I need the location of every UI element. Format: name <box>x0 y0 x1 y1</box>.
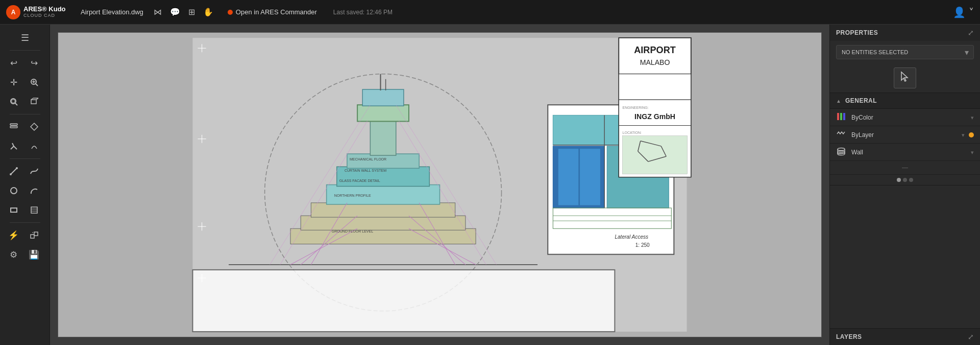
layers-header: LAYERS ⤢ <box>830 329 980 345</box>
arc-icon <box>30 186 39 195</box>
comment-icon[interactable]: 💬 <box>168 5 182 19</box>
layout-icon[interactable]: ⊞ <box>186 5 197 19</box>
trim-extend-pair <box>4 137 46 155</box>
layer-value-container: Wall ▾ <box>851 147 974 157</box>
open-in-commander-button[interactable]: Open in ARES Commander <box>224 6 321 18</box>
last-saved-text: Last saved: 12:46 PM <box>333 9 393 16</box>
layers-title: LAYERS <box>836 333 862 340</box>
layer-selector[interactable]: Wall <box>851 147 974 157</box>
3d-view-button[interactable] <box>24 93 44 111</box>
svg-point-18 <box>16 167 18 169</box>
linetype-selector[interactable]: ByLayer <box>851 130 965 140</box>
lightning-save-pair: ⚙ 💾 <box>4 245 46 264</box>
app-logo: A <box>6 5 20 19</box>
rectangle-button[interactable] <box>4 201 23 219</box>
rect-hatch-pair <box>4 201 46 219</box>
gesture-icon[interactable]: ✋ <box>201 5 215 19</box>
svg-rect-60 <box>580 149 600 205</box>
layer-icon <box>9 122 18 131</box>
open-in-label: Open in ARES Commander <box>236 8 317 16</box>
svg-text:ENGINEERING:: ENGINEERING: <box>623 106 649 109</box>
right-panel: PROPERTIES ⤢ NO ENTITIES SELECTED ▾ ▲ GE… <box>829 25 980 345</box>
svg-rect-7 <box>31 100 36 104</box>
lightning-button[interactable]: ⚙ <box>4 245 23 264</box>
trim-button[interactable] <box>4 137 23 155</box>
svg-point-17 <box>10 173 12 175</box>
color-selector[interactable]: ByColor <box>851 112 974 123</box>
svg-line-13 <box>11 146 14 149</box>
undo-button[interactable]: ↩ <box>4 54 23 72</box>
hatch-button[interactable] <box>24 201 44 219</box>
layer-button[interactable] <box>4 118 23 136</box>
move-button[interactable]: ✛ <box>4 73 23 91</box>
zoom2-icon <box>9 97 18 106</box>
dot-nav-2[interactable] <box>903 178 907 182</box>
general-expand-icon[interactable]: ▲ <box>836 98 841 104</box>
share-icon[interactable]: ⋈ <box>152 5 164 19</box>
redo-button[interactable]: ↪ <box>24 54 44 72</box>
line-button[interactable] <box>4 162 23 180</box>
svg-rect-12 <box>10 126 17 128</box>
canvas-area[interactable]: NORTHERN PROFILE GLASS FACADE DETAIL CUR… <box>50 25 829 345</box>
circle-button[interactable] <box>4 181 23 200</box>
move-zoom-pair: ✛ <box>4 73 46 91</box>
svg-rect-36 <box>370 120 396 155</box>
svg-rect-80 <box>623 136 688 174</box>
layer-stack-icon <box>836 147 847 157</box>
save-button[interactable]: 💾 <box>24 245 44 264</box>
selection-cursor-button[interactable] <box>894 67 916 88</box>
svg-text:GLASS FACADE DETAIL: GLASS FACADE DETAIL <box>339 179 380 182</box>
svg-rect-31 <box>301 216 465 230</box>
block-insert-pair: ⚡ <box>4 226 46 244</box>
color-value-container: ByColor ▾ <box>851 112 974 123</box>
dot-nav-3[interactable] <box>909 178 913 182</box>
drawing-svg: NORTHERN PROFILE GLASS FACADE DETAIL CUR… <box>58 33 821 337</box>
spline-button[interactable] <box>24 162 44 180</box>
drawing-inner: NORTHERN PROFILE GLASS FACADE DETAIL CUR… <box>58 33 821 337</box>
zoom-button[interactable] <box>24 73 44 91</box>
app-name: ARES® Kudo <box>23 6 66 13</box>
svg-text:1: 250: 1: 250 <box>635 242 650 248</box>
linetype-property-row: ByLayer ▾ <box>830 126 980 144</box>
svg-rect-25 <box>34 232 38 236</box>
circle-icon <box>9 186 18 195</box>
trim-icon <box>9 142 18 151</box>
svg-line-14 <box>14 146 17 149</box>
divider-2 <box>10 114 40 114</box>
vertex-icon <box>30 122 39 131</box>
entity-selector-dropdown[interactable]: NO ENTITIES SELECTED <box>836 45 974 59</box>
red-dot-icon <box>228 10 233 15</box>
sidebar: ☰ ↩ ↪ ✛ <box>0 25 50 345</box>
edit-vertex-button[interactable] <box>24 118 44 136</box>
insert-button[interactable] <box>24 226 44 244</box>
topbar: A ARES® Kudo CLOUD CAD Airport Elevation… <box>0 0 980 25</box>
zoom2-3d-pair <box>4 93 46 111</box>
extend-button[interactable] <box>24 137 44 155</box>
main-area: ☰ ↩ ↪ ✛ <box>0 25 980 345</box>
svg-text:MECHANICAL FLOOR: MECHANICAL FLOOR <box>350 157 386 161</box>
filename: Airport Elevation.dwg <box>81 8 143 16</box>
general-section-header: ▲ GENERAL <box>830 93 980 109</box>
svg-rect-59 <box>558 149 578 205</box>
linetype-value-container: ByLayer ▾ <box>851 130 965 140</box>
entity-selector-container: NO ENTITIES SELECTED ▾ <box>836 45 974 59</box>
properties-header: PROPERTIES ⤢ <box>830 25 980 41</box>
svg-line-1 <box>36 84 38 86</box>
hamburger-menu[interactable]: ☰ <box>4 29 46 47</box>
undo-redo-pair: ↩ ↪ <box>4 54 46 72</box>
user-icon[interactable]: 👤 ˅ <box>953 7 974 18</box>
zoom-icon <box>30 78 39 87</box>
zoom2-button[interactable] <box>4 93 23 111</box>
layers-collapse-button[interactable]: ⤢ <box>968 333 974 341</box>
line-spline-pair <box>4 162 46 180</box>
layer-property-row: Wall ▾ <box>830 144 980 161</box>
extend-icon <box>30 142 39 151</box>
properties-collapse-button[interactable]: ⤢ <box>968 29 974 37</box>
arc-button[interactable] <box>24 181 44 200</box>
svg-text:AIRPORT: AIRPORT <box>634 45 676 55</box>
line-icon <box>9 167 18 176</box>
block-button[interactable]: ⚡ <box>4 226 23 244</box>
dot-nav-1[interactable] <box>897 178 901 182</box>
svg-rect-96 <box>840 113 842 120</box>
color-bars-icon <box>836 112 847 123</box>
